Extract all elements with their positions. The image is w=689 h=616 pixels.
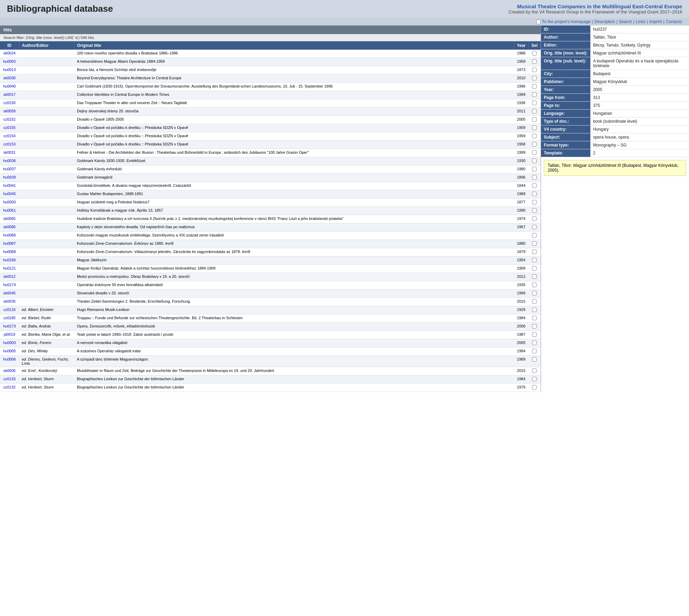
- row-id[interactable]: sk0012: [0, 273, 19, 281]
- row-id[interactable]: sk0045: [0, 290, 19, 298]
- table-row[interactable]: cz0185ed. Bärbel, RudinTroppau :: Funde …: [0, 314, 541, 323]
- row-id[interactable]: pl0019: [0, 331, 19, 339]
- select-checkbox[interactable]: [532, 51, 537, 55]
- row-id[interactable]: hu0051: [0, 207, 19, 215]
- table-row[interactable]: sk0035Theater-Zettel-Sammlungen 2. Bestä…: [0, 298, 541, 306]
- table-row[interactable]: sk0065Hudobné tradície Bratislavy a ich …: [0, 215, 541, 223]
- row-sel[interactable]: [528, 66, 540, 74]
- row-id[interactable]: sk0059: [0, 108, 19, 116]
- contacts-link[interactable]: Contacts: [666, 19, 682, 24]
- select-checkbox[interactable]: [532, 324, 537, 329]
- row-sel[interactable]: [528, 356, 540, 367]
- row-id[interactable]: sk0066: [0, 223, 19, 232]
- select-checkbox[interactable]: [532, 307, 537, 312]
- homepage-checkbox[interactable]: [536, 20, 541, 24]
- table-row[interactable]: hu0002A hetvenötéves Magyar Állami Opera…: [0, 58, 541, 66]
- row-sel[interactable]: [528, 149, 540, 157]
- row-id[interactable]: hu0013: [0, 66, 19, 74]
- row-sel[interactable]: [528, 306, 540, 314]
- row-id[interactable]: hu0003: [0, 339, 19, 347]
- table-row[interactable]: hu0005ed. Dés, MihályA százéves Operaház…: [0, 347, 541, 356]
- row-sel[interactable]: [528, 174, 540, 182]
- row-sel[interactable]: [528, 74, 540, 83]
- search-link[interactable]: Search: [619, 19, 632, 24]
- col-header-sel[interactable]: Sel: [528, 41, 540, 50]
- table-row[interactable]: hu0041Gondolat-töredékek. A divatos magy…: [0, 182, 541, 190]
- row-id[interactable]: hu0121: [0, 265, 19, 273]
- row-id[interactable]: hu0088: [0, 248, 19, 256]
- col-header-year[interactable]: Year: [514, 41, 528, 50]
- select-checkbox[interactable]: [532, 200, 537, 204]
- col-header-author[interactable]: Author/Editor: [19, 41, 74, 50]
- select-checkbox[interactable]: [532, 159, 537, 163]
- row-sel[interactable]: [528, 347, 540, 356]
- row-id[interactable]: hu0173: [0, 323, 19, 331]
- row-id[interactable]: hu0087: [0, 240, 19, 248]
- row-sel[interactable]: [528, 256, 540, 265]
- table-row[interactable]: sk0031Fellner & Helmer - Die Architekten…: [0, 149, 541, 157]
- select-checkbox[interactable]: [532, 385, 537, 390]
- select-checkbox[interactable]: [532, 258, 537, 262]
- row-id[interactable]: hu0006: [0, 356, 19, 367]
- select-checkbox[interactable]: [532, 274, 537, 279]
- select-checkbox[interactable]: [532, 250, 537, 254]
- select-checkbox[interactable]: [532, 208, 537, 213]
- select-checkbox[interactable]: [532, 117, 537, 122]
- select-checkbox[interactable]: [532, 125, 537, 130]
- col-header-title[interactable]: Original title: [74, 41, 514, 50]
- table-row[interactable]: hu0050Hogyan született meg a Peleskei No…: [0, 199, 541, 207]
- row-sel[interactable]: [528, 265, 540, 273]
- row-sel[interactable]: [528, 190, 540, 199]
- row-sel[interactable]: [528, 182, 540, 190]
- row-sel[interactable]: [528, 99, 540, 108]
- row-id[interactable]: sk0024: [0, 50, 19, 58]
- table-row[interactable]: cz0116ed. Albert, EinsteinHugo Riemanns …: [0, 306, 541, 314]
- table-row[interactable]: sk0066Kapitoly z dejín slovenského divad…: [0, 223, 541, 232]
- row-id[interactable]: sk0031: [0, 149, 19, 157]
- row-id[interactable]: hu0040: [0, 83, 19, 91]
- table-row[interactable]: hu0088Kolozsvári Zene-Conservatorium. Vá…: [0, 248, 541, 256]
- select-checkbox[interactable]: [532, 266, 537, 271]
- select-checkbox[interactable]: [532, 216, 537, 221]
- select-checkbox[interactable]: [532, 332, 537, 337]
- row-sel[interactable]: [528, 157, 540, 165]
- row-sel[interactable]: [528, 207, 540, 215]
- row-id[interactable]: hu0086: [0, 232, 19, 240]
- table-row[interactable]: cz0152Divadlo v Opavě 1805-20052005: [0, 116, 541, 124]
- table-row[interactable]: cz0155Divadlo v Opavě od počátku k dnešk…: [0, 124, 541, 132]
- row-sel[interactable]: [528, 83, 540, 91]
- imprint-link[interactable]: Imprint: [649, 19, 662, 24]
- select-checkbox[interactable]: [532, 192, 537, 196]
- select-checkbox[interactable]: [532, 134, 537, 138]
- select-checkbox[interactable]: [532, 225, 537, 229]
- table-row[interactable]: hu0006ed. Dienes, Gedeon; Fuchs, LíviaA …: [0, 356, 541, 367]
- row-id[interactable]: hu0002: [0, 58, 19, 66]
- row-id[interactable]: hu0036: [0, 157, 19, 165]
- row-id[interactable]: cz0155: [0, 124, 19, 132]
- select-checkbox[interactable]: [532, 183, 537, 188]
- row-id[interactable]: hu0045: [0, 190, 19, 199]
- row-id[interactable]: hu0166: [0, 256, 19, 265]
- row-sel[interactable]: [528, 223, 540, 232]
- table-row[interactable]: hu0039Goldmark önmagáról1896: [0, 174, 541, 182]
- description-link[interactable]: Description: [594, 19, 615, 24]
- homepage-link[interactable]: To the project's homepage: [542, 19, 590, 24]
- table-row[interactable]: sk0006ed. Emil , KordiovskýMusiktheater …: [0, 367, 541, 375]
- row-id[interactable]: hu0005: [0, 347, 19, 356]
- table-row[interactable]: cz0154Divadlo v Opavě od počátku k dnešk…: [0, 132, 541, 141]
- select-checkbox[interactable]: [532, 109, 537, 113]
- row-sel[interactable]: [528, 240, 540, 248]
- row-id[interactable]: sk0006: [0, 367, 19, 375]
- table-row[interactable]: cz0133ed. Heribert, SturmBiographisches …: [0, 375, 541, 384]
- table-row[interactable]: cz0132ed. Heribert, SturmBiographisches …: [0, 384, 541, 392]
- row-id[interactable]: cz0185: [0, 314, 19, 323]
- row-id[interactable]: sk0035: [0, 298, 19, 306]
- select-checkbox[interactable]: [532, 84, 537, 89]
- select-checkbox[interactable]: [532, 357, 537, 362]
- row-sel[interactable]: [528, 314, 540, 323]
- row-sel[interactable]: [528, 141, 540, 149]
- select-checkbox[interactable]: [532, 368, 537, 373]
- table-row[interactable]: hu0051Hollósy Kornéliának a magyar írók.…: [0, 207, 541, 215]
- row-sel[interactable]: [528, 58, 540, 66]
- table-row[interactable]: hu0037Goldmark Károly évforduló1980: [0, 165, 541, 174]
